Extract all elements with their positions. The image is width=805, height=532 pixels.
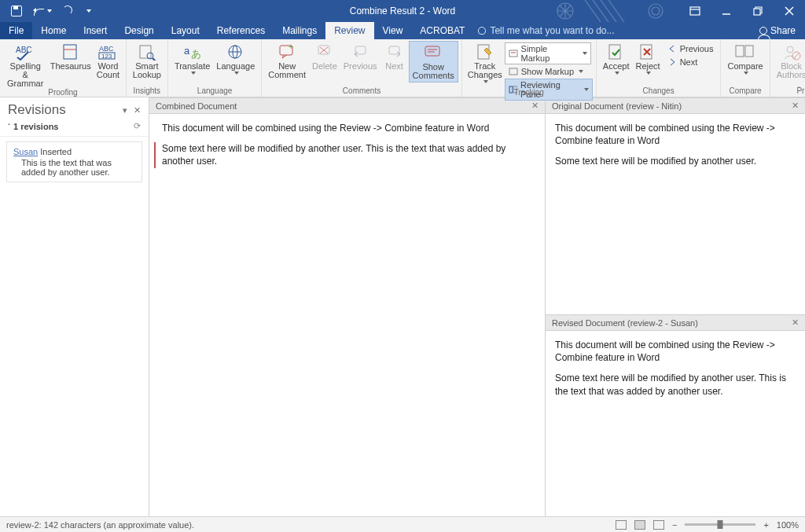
share-button[interactable]: Share	[750, 22, 805, 39]
chevron-down-icon	[646, 72, 651, 75]
thesaurus-button[interactable]: Thesaurus	[47, 41, 94, 72]
print-layout-icon[interactable]	[634, 520, 645, 530]
svg-text:ABC: ABC	[99, 45, 114, 53]
show-comments-label: Show Comments	[413, 63, 454, 80]
svg-point-0	[649, 4, 663, 18]
original-document-body[interactable]: This document will be combined using the…	[546, 114, 805, 184]
zoom-slider[interactable]	[685, 523, 755, 526]
reject-button[interactable]: Reject	[632, 41, 663, 76]
zoom-value[interactable]: 100%	[777, 520, 799, 530]
zoom-in-button[interactable]: +	[763, 520, 768, 530]
language-icon	[225, 42, 247, 61]
combined-document-body[interactable]: This document will be combined using the…	[149, 114, 545, 184]
zoom-thumb[interactable]	[718, 520, 723, 529]
revisions-dropdown-icon[interactable]: ▾	[123, 105, 127, 116]
svg-point-1	[652, 7, 660, 15]
svg-rect-30	[425, 46, 439, 56]
original-pane-title: Original Document (review - Nitin)	[552, 101, 682, 111]
compare-button[interactable]: Compare	[724, 41, 766, 76]
close-icon[interactable]: ✕	[792, 101, 799, 111]
tracking-group-label: Tracking	[514, 88, 544, 98]
svg-text:123: 123	[101, 53, 112, 60]
tab-design[interactable]: Design	[116, 22, 162, 39]
svg-line-17	[153, 58, 156, 61]
track-changes-button[interactable]: Track Changes	[465, 41, 505, 85]
collapse-icon[interactable]: ˆ	[8, 123, 10, 130]
tab-review[interactable]: Review	[325, 22, 373, 39]
revised-paragraph-1: This document will be combined using the…	[555, 339, 796, 364]
qat-customize-icon[interactable]	[86, 9, 91, 13]
track-changes-label: Track Changes	[468, 62, 502, 79]
insights-group-label: Insights	[134, 86, 160, 97]
svg-rect-15	[140, 46, 151, 58]
chevron-down-icon	[744, 72, 748, 75]
close-icon[interactable]: ✕	[531, 101, 539, 111]
word-count-button[interactable]: ABC123 Word Count	[94, 41, 123, 81]
show-markup-dropdown[interactable]: Show Markup	[505, 65, 593, 78]
thesaurus-label: Thesaurus	[50, 62, 91, 71]
tab-references[interactable]: References	[208, 22, 274, 39]
read-mode-icon[interactable]	[616, 520, 627, 530]
save-icon[interactable]	[11, 6, 22, 17]
svg-rect-37	[509, 86, 513, 93]
smart-lookup-label: Smart Lookup	[133, 62, 161, 79]
tab-insert[interactable]: Insert	[75, 22, 116, 39]
revision-action: Inserted	[40, 147, 72, 156]
chevron-down-icon	[234, 72, 239, 75]
previous-comment-label: Previous	[344, 62, 377, 71]
chevron-down-icon	[615, 72, 619, 75]
compare-icon	[734, 42, 756, 61]
combined-pane-title: Combined Document	[156, 101, 237, 111]
tab-file[interactable]: File	[0, 22, 32, 39]
tab-view[interactable]: View	[374, 22, 412, 39]
redo-icon[interactable]	[63, 6, 74, 17]
ribbon-group-language: aあ Translate Language Language	[168, 39, 262, 97]
chevron-down-icon	[47, 9, 52, 13]
delete-comment-label: Delete	[312, 62, 337, 71]
close-button[interactable]	[774, 0, 805, 22]
block-authors-icon	[781, 42, 803, 61]
next-change-button[interactable]: Next	[663, 56, 718, 68]
minimize-button[interactable]	[711, 0, 742, 22]
zoom-out-button[interactable]: −	[672, 520, 677, 530]
chevron-down-icon	[191, 72, 196, 75]
svg-rect-43	[736, 46, 744, 57]
spelling-grammar-button[interactable]: ABC Spelling & Grammar	[3, 41, 47, 90]
markup-mode-dropdown[interactable]: Simple Markup	[505, 42, 591, 64]
translate-button[interactable]: aあ Translate	[171, 41, 213, 76]
next-change-label: Next	[680, 57, 698, 67]
status-text: review-2: 142 characters (an approximate…	[6, 520, 194, 530]
undo-button[interactable]	[33, 6, 52, 17]
previous-change-button[interactable]: Previous	[663, 42, 718, 55]
tab-acrobat[interactable]: ACROBAT	[411, 22, 473, 39]
show-comments-button[interactable]: Show Comments	[409, 41, 458, 83]
previous-icon	[667, 45, 677, 53]
tell-me-search[interactable]: Tell me what you want to do...	[478, 22, 614, 39]
combined-paragraph-2: Some text here will be modified by anoth…	[154, 142, 534, 167]
close-icon[interactable]: ✕	[134, 105, 141, 116]
ribbon-group-compare: Compare Compare	[721, 39, 770, 97]
restore-button[interactable]	[742, 0, 774, 22]
language-button[interactable]: Language	[213, 41, 258, 76]
web-layout-icon[interactable]	[653, 520, 664, 530]
tab-layout[interactable]: Layout	[163, 22, 208, 39]
revised-document-pane: Revised Document (review-2 - Susan) ✕ Th…	[546, 314, 805, 516]
svg-text:+: +	[289, 43, 293, 51]
smart-lookup-button[interactable]: Smart Lookup	[130, 41, 164, 81]
accept-button[interactable]: Accept	[600, 41, 633, 76]
refresh-icon[interactable]: ⟳	[134, 121, 141, 131]
revisions-count: 1 revisions	[13, 122, 58, 131]
revision-item[interactable]: Susan Inserted This is the text that was…	[6, 141, 142, 182]
previous-change-label: Previous	[680, 44, 714, 53]
new-comment-label: New Comment	[268, 62, 306, 79]
svg-rect-28	[355, 46, 366, 54]
tab-mailings[interactable]: Mailings	[274, 22, 325, 39]
new-comment-button[interactable]: + New Comment	[265, 41, 309, 81]
revised-document-body[interactable]: This document will be combined using the…	[546, 331, 805, 413]
close-icon[interactable]: ✕	[792, 317, 799, 328]
svg-text:ABC: ABC	[16, 46, 32, 54]
accept-label: Accept	[603, 62, 630, 71]
tab-home[interactable]: Home	[32, 22, 75, 39]
collapse-ribbon-icon[interactable]: ˆ	[798, 86, 800, 95]
share-label: Share	[770, 25, 796, 36]
